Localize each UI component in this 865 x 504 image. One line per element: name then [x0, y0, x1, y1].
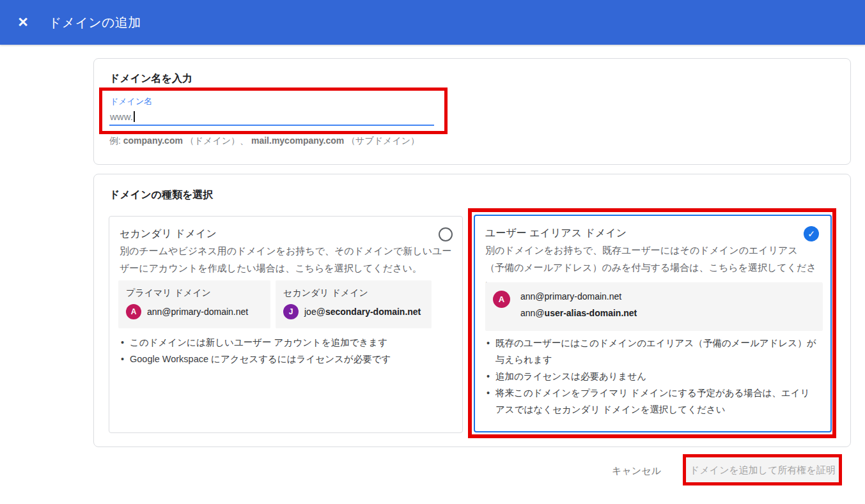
option-alias-title: ユーザー エイリアス ドメイン: [485, 227, 627, 240]
radio-unselected-icon[interactable]: [439, 227, 453, 241]
hint-text: （ドメイン）、: [183, 135, 251, 146]
domain-input-value: www.: [110, 111, 133, 122]
domain-input[interactable]: www.: [110, 111, 135, 122]
email-text: ann@: [520, 308, 545, 318]
domain-type-card: ドメインの種類を選択 セカンダリ ドメイン 別のチームやビジネス用のドメインをお…: [93, 174, 851, 447]
secondary-domain-sample: セカンダリ ドメイン J joe@secondary-domain.net: [276, 280, 432, 328]
sample-email-alias: ann@user-alias-domain.net: [520, 305, 637, 321]
sample-label: セカンダリ ドメイン: [283, 287, 424, 299]
hint-example-domain: company.com: [123, 135, 183, 146]
add-domain-submit-button[interactable]: ドメインを追加して所有権を証明: [686, 457, 839, 483]
domain-name-heading: ドメイン名を入力: [109, 72, 192, 86]
input-underline: [109, 125, 434, 126]
sample-email: ann@primary-domain.net: [147, 307, 248, 317]
email-text: ann@primary-domain.net: [147, 307, 248, 317]
dialog-title: ドメインの追加: [49, 14, 141, 31]
option-secondary-title: セカンダリ ドメイン: [120, 227, 217, 241]
avatar-a-icon: A: [493, 291, 510, 308]
hint-text: （サブドメイン）: [344, 135, 419, 146]
domain-input-label: ドメイン名: [110, 96, 152, 107]
email-bold: secondary-domain.net: [325, 307, 421, 317]
bullet-item: Google Workspace にアクセスするにはライセンスが必要です: [120, 351, 455, 367]
domain-type-heading: ドメインの種類を選択: [109, 188, 213, 202]
text-caret: [134, 111, 135, 122]
primary-domain-sample: プライマリ ドメイン A ann@primary-domain.net: [118, 280, 270, 328]
add-domain-dialog: ✕ ドメインの追加 ドメイン名を入力 ドメイン名 www. 例: company…: [0, 0, 865, 504]
hint-example-subdomain: mail.mycompany.com: [251, 135, 344, 146]
alias-domain-sample: A ann@primary-domain.net ann@user-alias-…: [485, 282, 823, 331]
bullet-item: 将来このドメインをプライマリ ドメインにする予定がある場合は、エイリアスではなく…: [485, 385, 819, 418]
email-text: joe@: [304, 307, 325, 317]
sample-email: joe@secondary-domain.net: [304, 307, 421, 317]
alias-domain-bullets: 既存のユーザーにはこのドメインのエイリアス（予備のメールアドレス）が与えられます…: [485, 335, 819, 418]
sample-email-primary: ann@primary-domain.net: [520, 288, 637, 305]
bullet-item: このドメインには新しいユーザー アカウントを追加できます: [120, 334, 455, 351]
close-icon[interactable]: ✕: [13, 12, 33, 33]
cancel-button[interactable]: キャンセル: [606, 461, 667, 480]
avatar-a-icon: A: [126, 304, 141, 319]
dialog-header: ✕ ドメインの追加: [0, 0, 865, 45]
sample-label: プライマリ ドメイン: [126, 287, 263, 299]
email-bold: user-alias-domain.net: [545, 308, 637, 318]
domain-hint: 例: company.com （ドメイン）、 mail.mycompany.co…: [109, 135, 419, 147]
bullet-item: 追加のライセンスは必要ありません: [485, 368, 819, 385]
option-secondary-domain[interactable]: セカンダリ ドメイン 別のチームやビジネス用のドメインをお持ちで、そのドメインで…: [109, 216, 463, 433]
option-user-alias-domain[interactable]: ユーザー エイリアス ドメイン ✓ 別のドメインをお持ちで、既存ユーザーにはその…: [474, 215, 832, 432]
domain-name-card: ドメイン名を入力 ドメイン名 www. 例: company.com （ドメイン…: [93, 58, 851, 165]
hint-text: 例:: [109, 135, 123, 146]
secondary-domain-bullets: このドメインには新しいユーザー アカウントを追加できます Google Work…: [120, 334, 455, 367]
selected-check-icon[interactable]: ✓: [804, 226, 819, 241]
bullet-item: 既存のユーザーにはこのドメインのエイリアス（予備のメールアドレス）が与えられます: [485, 335, 819, 368]
avatar-j-icon: J: [283, 304, 299, 319]
option-secondary-description: 別のチームやビジネス用のドメインをお持ちで、そのドメインで新しいユーザーにアカウ…: [120, 242, 455, 277]
